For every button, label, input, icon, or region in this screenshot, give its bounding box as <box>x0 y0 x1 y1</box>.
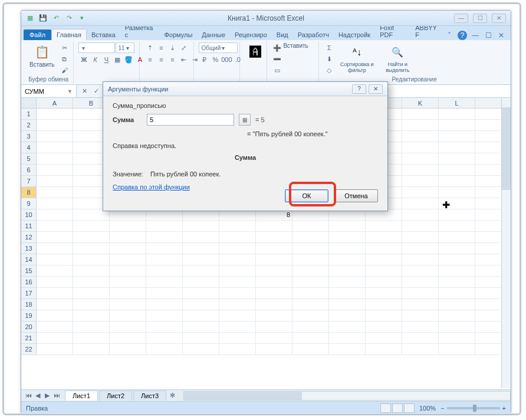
percent-icon[interactable]: % <box>210 54 221 65</box>
cell[interactable] <box>183 288 219 298</box>
fill-icon[interactable]: ⬇ <box>324 54 334 64</box>
col-head[interactable]: K <box>402 98 439 108</box>
cell[interactable] <box>329 333 366 343</box>
paste-button[interactable]: 📋 Вставить <box>27 42 57 69</box>
help-icon[interactable]: ? <box>458 31 467 40</box>
cell[interactable] <box>329 299 366 310</box>
cell[interactable] <box>402 153 439 164</box>
cell[interactable] <box>329 254 366 265</box>
cell[interactable] <box>110 254 146 265</box>
cell[interactable] <box>292 299 329 310</box>
cell[interactable] <box>183 277 219 287</box>
find-select-button[interactable]: 🔍 Найти и выделить <box>379 42 416 74</box>
cell[interactable] <box>256 344 292 355</box>
cell[interactable] <box>439 333 475 343</box>
cell[interactable] <box>37 142 73 153</box>
format-painter-icon[interactable]: 🖌 <box>59 65 70 76</box>
cell[interactable] <box>439 131 475 142</box>
doc-close-icon[interactable]: ✕ <box>497 31 506 40</box>
clear-icon[interactable]: ◇ <box>324 65 334 76</box>
cell[interactable] <box>183 265 219 276</box>
cell[interactable] <box>292 310 329 321</box>
cell[interactable] <box>37 109 73 119</box>
cell[interactable] <box>37 221 73 231</box>
cell[interactable] <box>366 310 402 321</box>
maximize-button[interactable]: ☐ <box>473 14 487 23</box>
cell[interactable] <box>402 109 439 119</box>
dialog-help-link[interactable]: Справка по этой функции <box>113 183 190 191</box>
cell[interactable] <box>73 288 110 298</box>
cell[interactable] <box>37 333 73 343</box>
view-layout-icon[interactable] <box>392 403 403 413</box>
cell[interactable] <box>73 310 110 321</box>
cell[interactable] <box>219 265 256 276</box>
cell[interactable] <box>183 333 219 343</box>
new-sheet-icon[interactable]: ✻ <box>166 392 179 399</box>
cell[interactable] <box>402 321 439 332</box>
tab-insert[interactable]: Вставка <box>87 29 120 40</box>
delete-cells-icon[interactable]: ➖ <box>272 54 282 64</box>
row-head[interactable]: 18 <box>21 299 36 310</box>
cell[interactable] <box>146 277 183 287</box>
cell[interactable] <box>402 344 439 355</box>
cell[interactable] <box>37 153 73 164</box>
cell[interactable] <box>219 310 256 321</box>
close-button[interactable]: ✕ <box>492 14 506 23</box>
cell[interactable] <box>402 333 439 343</box>
sheet-first-icon[interactable]: ⏮ <box>24 392 33 399</box>
row-head[interactable]: 11 <box>21 221 36 232</box>
cell[interactable] <box>37 310 73 321</box>
cell[interactable] <box>256 243 292 254</box>
cell[interactable] <box>219 243 256 254</box>
cell[interactable] <box>366 254 402 265</box>
fill-color-icon[interactable]: 🪣 <box>123 54 134 65</box>
row-head[interactable]: 22 <box>21 344 36 355</box>
cell[interactable] <box>402 232 439 242</box>
zoom-out-icon[interactable]: − <box>440 405 444 412</box>
cell[interactable] <box>73 221 110 231</box>
cell[interactable] <box>219 277 256 287</box>
cell[interactable] <box>110 344 146 355</box>
cell[interactable] <box>256 288 292 298</box>
cell[interactable] <box>402 198 439 209</box>
cell[interactable] <box>183 221 219 231</box>
row-head[interactable]: 8 <box>21 187 36 198</box>
row-head[interactable]: 5 <box>21 153 36 165</box>
sheet-prev-icon[interactable]: ◀ <box>33 392 42 399</box>
comma-icon[interactable]: 000 <box>221 54 232 65</box>
cell[interactable] <box>37 254 73 265</box>
cell[interactable] <box>73 321 110 332</box>
cell[interactable] <box>329 288 366 298</box>
cell[interactable] <box>439 265 475 276</box>
cell[interactable] <box>366 344 402 355</box>
dialog-close-icon[interactable]: ✕ <box>369 84 383 94</box>
orientation-icon[interactable]: ⤢ <box>178 42 189 53</box>
cell[interactable] <box>146 243 183 254</box>
undo-icon[interactable]: ↶ <box>51 13 61 24</box>
hscroll-thumb[interactable] <box>184 392 302 400</box>
cell[interactable] <box>439 165 475 175</box>
tab-view[interactable]: Вид <box>272 29 293 40</box>
italic-icon[interactable]: К <box>90 54 100 65</box>
sheet-tab-1[interactable]: Лист1 <box>65 391 98 401</box>
row-head[interactable]: 21 <box>21 333 36 344</box>
cell[interactable] <box>37 344 73 355</box>
cell[interactable] <box>329 232 366 242</box>
cell[interactable] <box>402 265 439 276</box>
cell[interactable] <box>439 310 475 321</box>
cell[interactable] <box>439 187 475 198</box>
cell[interactable] <box>366 265 402 276</box>
cell[interactable] <box>256 321 292 332</box>
cell[interactable] <box>292 344 329 355</box>
cell[interactable] <box>219 221 256 231</box>
cell[interactable] <box>110 277 146 287</box>
cell[interactable] <box>73 254 110 265</box>
number-format-combo[interactable]: Общий ▾ <box>199 42 238 53</box>
zoom-slider[interactable] <box>447 407 500 409</box>
cell[interactable] <box>183 254 219 265</box>
cell[interactable] <box>146 254 183 265</box>
cell[interactable] <box>110 321 146 332</box>
insert-cells-icon[interactable]: ➕ <box>272 42 282 53</box>
cell[interactable] <box>439 344 475 355</box>
cell[interactable] <box>439 176 475 186</box>
